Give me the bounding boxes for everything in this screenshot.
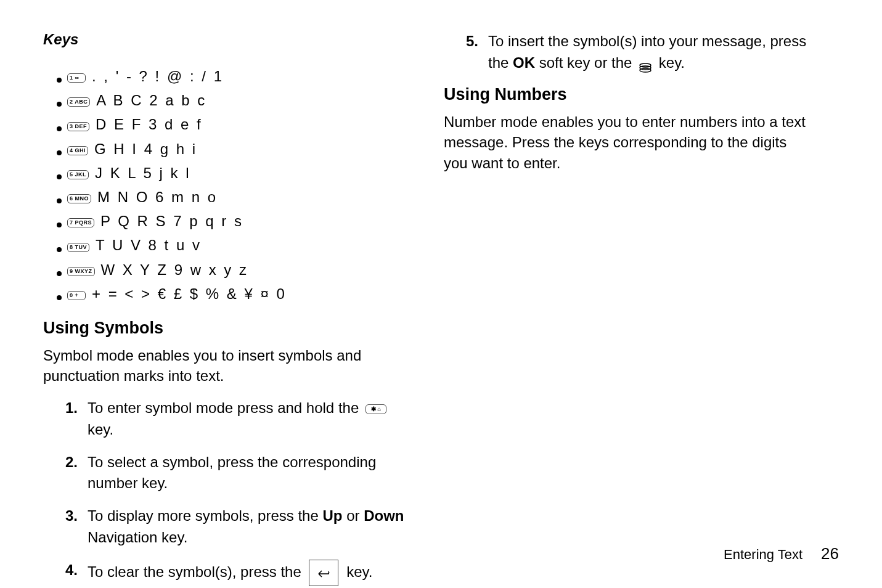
step-text: To enter symbol mode press and hold the	[88, 399, 363, 416]
key-row-0: 0 + + = < > € £ $ % & ¥ ¤ 0	[57, 284, 407, 303]
step-4: 4. To clear the symbol(s), press the key…	[65, 560, 407, 588]
star-key-icon: ✱ ⌂	[365, 404, 386, 414]
spin-key-icon	[639, 58, 652, 69]
keycap-7-icon: 7 PQRS	[67, 218, 94, 227]
key-row-3: 3 DEF D E F 3 d e f	[57, 115, 407, 134]
right-column: 5. To insert the symbol(s) into your mes…	[444, 31, 807, 588]
up-label: Up	[322, 507, 342, 524]
step-text: To clear the symbol(s), press the	[88, 563, 305, 580]
key-row-5: 5 JKL J K L 5 j k l	[57, 163, 407, 182]
key-chars: P Q R S 7 p q r s	[100, 211, 243, 231]
key-row-4: 4 GHI G H I 4 g h i	[57, 139, 407, 158]
bullet-icon	[57, 271, 62, 276]
clear-key-icon	[309, 560, 338, 586]
key-row-7: 7 PQRS P Q R S 7 p q r s	[57, 211, 407, 231]
step-5: 5. To insert the symbol(s) into your mes…	[466, 31, 807, 74]
footer-page-number: 26	[821, 544, 839, 563]
keycap-3-icon: 3 DEF	[67, 122, 89, 131]
bullet-icon	[57, 223, 62, 227]
symbols-steps-cont: 5. To insert the symbol(s) into your mes…	[466, 31, 807, 74]
bullet-icon	[57, 295, 62, 300]
key-row-9: 9 WXYZ W X Y Z 9 w x y z	[57, 260, 407, 279]
keys-list: 1 ∞ . , ' - ? ! @ : / 1 2 ABC A B C 2 a …	[57, 67, 407, 303]
bullet-icon	[57, 102, 62, 107]
key-chars: A B C 2 a b c	[96, 91, 206, 110]
step-text: key.	[88, 421, 113, 438]
step-text: soft key or the	[535, 54, 636, 71]
key-chars: M N O 6 m n o	[97, 187, 218, 206]
keycap-4-icon: 4 GHI	[67, 146, 88, 155]
step-number: 5.	[466, 31, 488, 52]
step-number: 4.	[65, 560, 88, 581]
key-row-8: 8 TUV T U V 8 t u v	[57, 235, 407, 255]
step-number: 3.	[65, 505, 88, 527]
key-row-6: 6 MNO M N O 6 m n o	[57, 187, 407, 206]
step-1: 1. To enter symbol mode press and hold t…	[65, 398, 407, 441]
key-chars: J K L 5 j k l	[95, 163, 190, 182]
step-number: 2.	[65, 452, 88, 473]
bullet-icon	[57, 150, 62, 155]
key-row-1: 1 ∞ . , ' - ? ! @ : / 1	[57, 67, 407, 86]
keycap-1-icon: 1 ∞	[67, 73, 86, 83]
keycap-5-icon: 5 JKL	[67, 170, 89, 179]
bullet-icon	[57, 247, 62, 252]
keycap-6-icon: 6 MNO	[67, 194, 91, 203]
step-text: or	[342, 507, 364, 524]
svg-point-2	[640, 68, 651, 72]
bullet-icon	[57, 198, 62, 203]
keys-heading: Keys	[43, 31, 407, 48]
step-number: 1.	[65, 398, 88, 419]
key-chars: T U V 8 t u v	[96, 235, 202, 255]
step-text: Navigation key.	[88, 529, 187, 545]
keycap-8-icon: 8 TUV	[67, 243, 89, 252]
step-3: 3. To display more symbols, press the Up…	[65, 505, 407, 549]
left-column: Keys 1 ∞ . , ' - ? ! @ : / 1 2 ABC A B C…	[43, 31, 407, 588]
keycap-0-icon: 0 +	[67, 291, 86, 300]
footer-section: Entering Text	[724, 547, 802, 563]
step-text: To display more symbols, press the	[88, 507, 322, 524]
bullet-icon	[57, 174, 62, 179]
key-chars: . , ' - ? ! @ : / 1	[92, 67, 224, 86]
step-text: key.	[659, 54, 685, 71]
using-numbers-heading: Using Numbers	[444, 85, 807, 104]
keycap-9-icon: 9 WXYZ	[67, 267, 95, 276]
key-row-2: 2 ABC A B C 2 a b c	[57, 91, 407, 110]
down-label: Down	[364, 507, 404, 524]
numbers-para: Number mode enables you to enter numbers…	[444, 112, 807, 174]
step-text: To select a symbol, press the correspond…	[88, 452, 407, 495]
symbols-intro: Symbol mode enables you to insert symbol…	[43, 345, 407, 386]
step-2: 2. To select a symbol, press the corresp…	[65, 452, 407, 495]
ok-label: OK	[513, 54, 535, 71]
key-chars: + = < > € £ $ % & ¥ ¤ 0	[92, 284, 287, 303]
keycap-2-icon: 2 ABC	[67, 97, 90, 107]
symbols-steps: 1. To enter symbol mode press and hold t…	[65, 398, 407, 588]
using-symbols-heading: Using Symbols	[43, 319, 407, 338]
bullet-icon	[57, 78, 62, 83]
key-chars: G H I 4 g h i	[94, 139, 197, 158]
bullet-icon	[57, 126, 62, 131]
key-chars: W X Y Z 9 w x y z	[101, 260, 248, 279]
page-footer: Entering Text 26	[724, 544, 839, 563]
key-chars: D E F 3 d e f	[96, 115, 203, 134]
